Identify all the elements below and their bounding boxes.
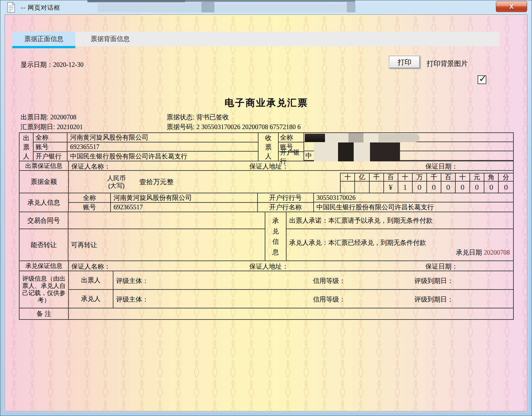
rating-subject-label: 评级主体： (116, 276, 149, 285)
redaction-block (348, 133, 363, 142)
credit-grade-label: 信用等级： (313, 295, 346, 304)
credit-grade-label: 信用等级： (313, 276, 346, 285)
redaction-block (378, 134, 420, 142)
status-line: 票据状态: 背书已签收 (167, 113, 229, 122)
redaction-block (338, 142, 354, 161)
acceptance-date-label: 承兑日期 (456, 249, 482, 256)
drawer-bank-label: 开户银行 (34, 152, 67, 161)
acceptor-name-label: 全称 (69, 193, 111, 203)
acceptor-promise: 承兑人承兑：本汇票已经承兑，到期无条件付款 (289, 238, 426, 247)
dialog-content: 票据正面信息 票据背面信息 显示日期：2020-12-30 打印 打印背景图片 … (5, 14, 527, 411)
print-background-label: 打印背景图片 (427, 59, 468, 68)
background-window-artifact (347, 2, 355, 12)
issue-guarantee-label: 出票保证信息 (20, 161, 69, 170)
background-window-artifact (87, 0, 185, 2)
payee-field-labels: 全称 账号 开户银行 (279, 133, 304, 161)
remark-value (69, 308, 513, 319)
background-window-artifact (201, 2, 214, 12)
redaction-block (354, 142, 370, 161)
checkmark-icon: ✓ (479, 73, 486, 84)
status-value: 背书已签收 (196, 113, 229, 121)
bill-number-value: 2 305503170026 20200708 67572180 6 (196, 123, 301, 130)
redaction-block (370, 142, 400, 161)
remark-row: 备 注 (20, 308, 513, 319)
drawer-column-label: 出票人 (20, 133, 34, 161)
rating-label-cell: 评级信息（由出票人、承兑人自己记载，仅供参考） (20, 271, 69, 308)
background-window-artifact (215, 4, 355, 12)
guarantor-address-label: 保证人地址： (249, 262, 288, 271)
remark-label: 备 注 (20, 308, 69, 319)
amount-label: 票据金额 (20, 171, 69, 193)
rating-subject-label: 评级主体： (116, 295, 149, 304)
payee-bank-label: 开户银行 (279, 152, 303, 161)
drawer-field-labels: 全称 账号 开户银行 (34, 133, 67, 161)
accept-guarantee-row: 承兑保证信息 保证人名称： 保证人地址： 保证日期： (20, 261, 513, 271)
drawer-account-label: 账号 (34, 142, 67, 152)
drawer-account-value: 692365517 (67, 142, 258, 152)
rating-expiry-label: 评级到期日： (414, 276, 453, 285)
acceptor-account-label: 账号 (69, 203, 111, 212)
tab-front-info[interactable]: 票据正面信息 (12, 32, 75, 46)
payee-name-label: 全称 (279, 133, 303, 142)
acceptance-date-line: 承兑日期 20200708 (456, 248, 510, 257)
acceptor-bank-labels: 开户行行号 开户行名称 (258, 193, 314, 212)
rating-block: 评级信息（由出票人、承兑人自己记载，仅供参考） 出票人 承兑人 评级主体： 信用… (20, 271, 513, 308)
acceptor-bank-name-label: 开户行名称 (258, 203, 313, 212)
amount-in-words: 壹拾万元整 (140, 177, 174, 186)
display-date: 显示日期：2020-12-30 (21, 60, 83, 69)
document-icon (7, 2, 15, 14)
tab-back-label: 票据背面信息 (91, 35, 130, 43)
issue-date-label: 出票日期: (21, 113, 49, 121)
acceptor-bank-name-value: 中国民生银行股份有限公司许昌长葛支行 (314, 202, 513, 212)
rating-content: 评级主体： 信用等级： 评级到期日： 评级主体： 信用等级： 评级到期日： (113, 271, 513, 308)
background-window-artifact (98, 3, 209, 12)
active-tab-underline (12, 46, 75, 48)
tab-back-info[interactable]: 票据背面信息 (75, 32, 145, 46)
guarantor-name-label: 保证人名称： (71, 162, 111, 171)
amount-words-cell: 人民币 (大写) 壹拾万元整 (69, 171, 340, 193)
print-button[interactable]: 打印 (389, 56, 420, 68)
contract-no-value (68, 212, 265, 229)
tab-front-label: 票据正面信息 (24, 35, 64, 43)
bill-number-label: 票据号码: (167, 123, 195, 130)
acceptor-row: 承兑人信息 全称 账号 河南黄河旋风股份有限公司 692365517 开户行行号… (20, 193, 513, 212)
acceptor-field-values: 河南黄河旋风股份有限公司 692365517 (111, 193, 258, 212)
drawer-promise: 出票人承诺：本汇票请予以承兑，到期无条件付款 (287, 212, 513, 229)
print-background-checkbox[interactable]: ✓ (478, 75, 486, 84)
issue-guarantee-content: 保证人名称： 保证人地址： 保证日期： (69, 161, 513, 170)
window-titlebar: -- 网页对话框 X (0, 0, 532, 14)
guarantee-date-label: 保证日期： (425, 162, 458, 171)
acceptor-account-value: 692365517 (111, 203, 257, 212)
due-date-line: 汇票到期日: 20210201 (21, 123, 83, 131)
acceptor-bank-no-value: 305503170026 (314, 193, 513, 202)
transferable-label: 能否转让 (20, 229, 68, 260)
guarantor-address-label: 保证人地址： (249, 162, 288, 171)
acceptance-date-value: 20200708 (484, 249, 510, 256)
amount-digit-grid: 十 亿 千 百 十 万 千 百 十 元 角 分 ¥ 1 (340, 171, 513, 193)
bill-table: 出票人 全称 账号 开户银行 河南黄河旋风股份有限公司 692365517 中国… (19, 132, 514, 320)
redaction-block (305, 134, 325, 142)
redaction-block (325, 133, 348, 142)
acceptor-info-label: 承兑人信息 (20, 193, 69, 212)
bill-title: 电子商业承兑汇票 (5, 97, 527, 110)
rating-expiry-label: 评级到期日： (414, 295, 453, 304)
close-button[interactable]: X (496, 1, 527, 12)
display-date-label: 显示日期： (21, 61, 53, 68)
close-icon: X (509, 3, 513, 10)
due-date-value: 20210201 (57, 123, 83, 130)
accept-guarantee-label: 承兑保证信息 (20, 261, 69, 271)
acceptance-block: 交易合同号 能否转让 可再转让 承兑信息 出票人承诺：本汇票请予以承兑，到期无条… (20, 212, 513, 261)
payee-field-values: 中 (304, 133, 513, 161)
tab-bar: 票据正面信息 票据背面信息 (12, 32, 499, 46)
due-date-label: 汇票到期日: (21, 123, 55, 130)
parties-row: 出票人 全称 账号 开户银行 河南黄河旋风股份有限公司 692365517 中国… (20, 133, 513, 161)
rating-row-acceptor: 评级主体： 信用等级： 评级到期日： (113, 290, 513, 308)
rating-party-cells: 出票人 承兑人 (69, 271, 113, 308)
acceptance-promises: 出票人承诺：本汇票请予以承兑，到期无条件付款 承兑人承兑：本汇票已经承兑，到期无… (287, 212, 513, 260)
issue-date-line: 出票日期: 20200708 (21, 113, 76, 122)
drawer-bank-value: 中国民生银行股份有限公司许昌长葛支行 (67, 152, 258, 161)
bill-number-line: 票据号码: 2 305503170026 20200708 67572180 6 (167, 123, 301, 131)
redaction-block (314, 142, 338, 161)
guarantee-date-label: 保证日期： (425, 262, 458, 271)
transferable-value: 可再转让 (68, 229, 265, 260)
